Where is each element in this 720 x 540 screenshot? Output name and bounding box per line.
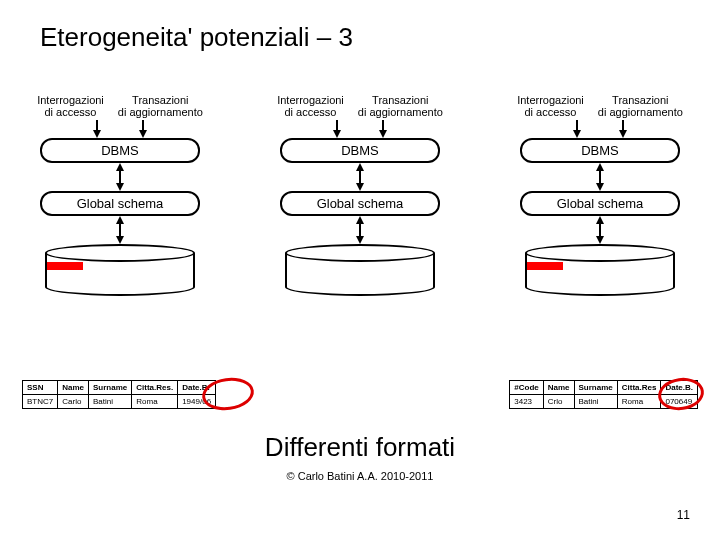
double-arrow-icon: [115, 216, 125, 244]
table-header: SSN Name Surname Citta.Res. Date.B.: [23, 381, 216, 395]
column-3: Interrogazionidi accesso Transazionidi a…: [490, 94, 710, 296]
dbms-box: DBMS: [520, 138, 680, 163]
down-arrows: [572, 120, 628, 138]
trans-l2: di aggiornamento: [118, 106, 203, 118]
svg-marker-29: [596, 236, 604, 244]
input-headers: Interrogazionidi accesso Transazionidi a…: [517, 94, 683, 118]
input-headers: Interrogazionidi accesso Transazionidi a…: [37, 94, 203, 118]
dbms-box: DBMS: [40, 138, 200, 163]
dbms-box: DBMS: [280, 138, 440, 163]
svg-marker-19: [356, 236, 364, 244]
caption: Differenti formati: [0, 432, 720, 463]
table-right: #Code Name Surname Citta.Res Date.B. 342…: [509, 380, 698, 409]
svg-marker-21: [573, 130, 581, 138]
column-2: Interrogazionidi accesso Transazionidi a…: [250, 94, 470, 296]
svg-marker-23: [619, 130, 627, 138]
database-cylinder-icon: [525, 244, 675, 296]
svg-marker-13: [379, 130, 387, 138]
page-number: 11: [677, 508, 690, 522]
svg-marker-16: [356, 183, 364, 191]
tables-row: SSN Name Surname Citta.Res. Date.B. BTNC…: [0, 380, 720, 409]
double-arrow-icon: [595, 163, 605, 191]
column-1: Interrogazionidi accesso Transazionidi a…: [10, 94, 230, 296]
columns-row: Interrogazionidi accesso Transazionidi a…: [0, 94, 720, 296]
svg-marker-9: [116, 236, 124, 244]
table-row: BTNC7 Carlo Batini Roma 1949/06: [23, 395, 216, 409]
database-cylinder-icon: [285, 244, 435, 296]
svg-marker-6: [116, 183, 124, 191]
copyright: © Carlo Batini A.A. 2010-2011: [0, 470, 720, 482]
double-arrow-icon: [115, 163, 125, 191]
double-arrow-icon: [595, 216, 605, 244]
svg-marker-26: [596, 183, 604, 191]
query-l2: di accesso: [44, 106, 96, 118]
input-headers: Interrogazionidi accesso Transazionidi a…: [277, 94, 443, 118]
table-row: 3423 Crlo Batini Roma 070649: [510, 395, 698, 409]
query-l1: Interrogazioni: [37, 94, 104, 106]
database-cylinder-icon: [45, 244, 195, 296]
schema-box: Global schema: [40, 191, 200, 216]
down-arrows: [332, 120, 388, 138]
down-arrows: [92, 120, 148, 138]
trans-l1: Transazioni: [132, 94, 188, 106]
double-arrow-icon: [355, 163, 365, 191]
svg-marker-1: [93, 130, 101, 138]
table-header: #Code Name Surname Citta.Res Date.B.: [510, 381, 698, 395]
slide-title: Eterogeneita' potenziali – 3: [40, 22, 353, 53]
svg-marker-3: [139, 130, 147, 138]
schema-box: Global schema: [280, 191, 440, 216]
table-left: SSN Name Surname Citta.Res. Date.B. BTNC…: [22, 380, 216, 409]
svg-marker-11: [333, 130, 341, 138]
double-arrow-icon: [355, 216, 365, 244]
schema-box: Global schema: [520, 191, 680, 216]
